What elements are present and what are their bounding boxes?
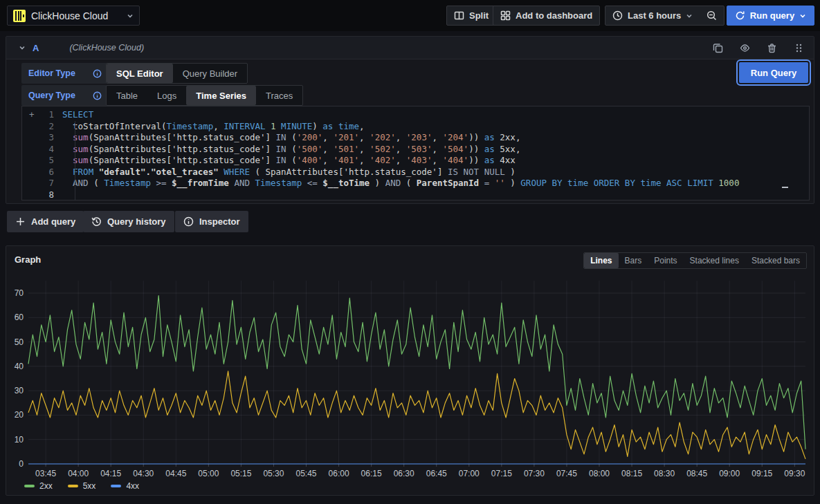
hide-query-eye-icon[interactable] [740, 43, 750, 53]
chevron-down-icon [127, 12, 134, 19]
x-axis-label: 06:45 [426, 469, 447, 478]
query-type-toggle: TableLogsTime SeriesTraces [106, 85, 303, 106]
info-icon[interactable] [93, 69, 102, 78]
x-axis-label: 08:15 [621, 469, 642, 478]
split-button[interactable]: Split [446, 6, 496, 26]
y-axis-label: 30 [15, 386, 24, 395]
query-datasource-hint: (ClickHouse Cloud) [69, 43, 144, 53]
dashboard-grid-icon [500, 10, 511, 21]
x-axis-label: 05:30 [263, 469, 284, 478]
drag-handle-icon[interactable] [794, 43, 804, 53]
sql-line-6[interactable]: 6 FROM "default"."otel_traces" WHERE ( S… [22, 167, 809, 178]
chevron-down-icon [686, 12, 693, 19]
x-axis-label: 05:45 [296, 469, 317, 478]
time-range-picker[interactable]: Last 6 hours [605, 6, 700, 25]
sql-code-text: FROM "default"."otel_traces" WHERE ( Spa… [57, 167, 516, 178]
query-history-label: Query history [107, 216, 166, 227]
y-axis-label: 60 [15, 312, 24, 322]
x-axis-label: 04:00 [68, 469, 89, 478]
query-type-option-logs[interactable]: Logs [147, 86, 186, 105]
query-type-label: Query Type [28, 91, 87, 100]
sql-line-7[interactable]: 7 AND ( Timestamp >= $__fromTime AND Tim… [22, 178, 809, 189]
sql-line-1[interactable]: +1SELECT [22, 109, 809, 121]
run-query-button[interactable]: Run Query [739, 62, 808, 83]
editor-type-option-sql-editor[interactable]: SQL Editor [107, 64, 173, 83]
x-axis-label: 04:30 [133, 469, 154, 478]
x-axis-label: 09:15 [751, 469, 772, 478]
sql-code-editor[interactable]: +1SELECT2 toStartOfInterval(Timestamp, I… [21, 106, 810, 200]
query-type-option-traces[interactable]: Traces [256, 86, 302, 105]
query-type-option-table[interactable]: Table [107, 86, 147, 105]
x-axis-label: 08:45 [686, 469, 707, 478]
x-axis-label: 03:45 [35, 469, 56, 478]
sql-line-5[interactable]: 5 sum(SpanAttributes['http.status_code']… [22, 155, 809, 167]
collapse-chevron-icon[interactable] [19, 44, 26, 51]
chevron-down-icon [799, 12, 806, 19]
clickhouse-logo-icon [13, 10, 26, 22]
legend-item-4xx[interactable]: 4xx [111, 481, 139, 491]
x-axis-label: 04:15 [100, 469, 121, 478]
zoom-out-icon [707, 10, 717, 21]
sql-line-3[interactable]: 3 sum(SpanAttributes['http.status_code']… [22, 132, 809, 144]
x-axis-label: 07:00 [459, 469, 480, 478]
line-number: +1 [22, 109, 57, 121]
legend-label: 2xx [39, 481, 53, 491]
x-axis-label: 06:30 [394, 469, 414, 478]
add-to-dashboard-button[interactable]: Add to dashboard [493, 6, 600, 26]
sql-code-text: AND ( Timestamp >= $__fromTime AND Times… [57, 178, 739, 189]
plus-icon [15, 216, 26, 227]
indent-guide [75, 121, 75, 200]
query-type-option-time-series[interactable]: Time Series [186, 86, 256, 105]
refresh-icon [735, 10, 745, 21]
time-range-group: Last 6 hours [605, 6, 725, 26]
legend-label: 5xx [83, 481, 96, 491]
query-history-button[interactable]: Query history [83, 211, 174, 232]
graph-panel: Graph LinesBarsPointsStacked linesStacke… [6, 245, 814, 496]
info-icon[interactable] [93, 91, 102, 100]
query-row-header[interactable]: A (ClickHouse Cloud) [6, 37, 814, 59]
datasource-picker[interactable]: ClickHouse Cloud [7, 6, 140, 26]
x-axis-label: 09:30 [784, 469, 805, 478]
add-query-button[interactable]: Add query [7, 211, 84, 232]
y-axis-label: 40 [15, 362, 24, 371]
y-axis-label: 0 [19, 459, 24, 469]
inspector-button[interactable]: Inspector [175, 211, 248, 232]
time-range-label: Last 6 hours [628, 10, 681, 21]
x-axis-label: 07:30 [524, 469, 545, 478]
sql-code-text: toStartOfInterval(Timestamp, INTERVAL 1 … [57, 121, 365, 133]
line-number: 6 [22, 167, 57, 178]
series-line-2xx [28, 296, 805, 449]
add-query-label: Add query [31, 216, 75, 227]
sql-line-8[interactable]: 8 [22, 189, 809, 201]
editor-type-toggle: SQL EditorQuery Builder [106, 63, 248, 84]
run-query-toolbar-button[interactable]: Run query [727, 6, 814, 26]
y-axis-label: 50 [15, 337, 24, 347]
line-number: 2 [22, 121, 57, 133]
line-number: 5 [22, 155, 57, 167]
line-number: 3 [22, 132, 57, 144]
duplicate-query-icon[interactable] [713, 43, 723, 53]
time-series-chart[interactable]: 01020304050607003:4504:0004:1504:3004:45… [6, 246, 815, 496]
query-ref-id: A [33, 43, 39, 53]
editor-type-option-query-builder[interactable]: Query Builder [173, 64, 247, 83]
y-axis-label: 70 [15, 288, 24, 298]
sql-code-text: sum(SpanAttributes['http.status_code'] I… [57, 155, 516, 167]
delete-query-trash-icon[interactable] [767, 43, 777, 53]
x-axis-label: 08:00 [589, 469, 610, 478]
legend-swatch [111, 485, 121, 487]
split-panes-icon [454, 10, 464, 21]
history-icon [91, 216, 102, 227]
x-axis-label: 06:00 [329, 469, 349, 478]
editor-type-field: Editor Type [21, 63, 109, 84]
sql-line-4[interactable]: 4 sum(SpanAttributes['http.status_code']… [22, 144, 809, 156]
sql-line-2[interactable]: 2 toStartOfInterval(Timestamp, INTERVAL … [22, 121, 809, 133]
clock-icon [612, 10, 623, 21]
sql-code-text: sum(SpanAttributes['http.status_code'] I… [57, 132, 520, 144]
x-axis-label: 05:00 [198, 469, 219, 478]
run-query-label: Run query [750, 10, 794, 21]
legend-item-5xx[interactable]: 5xx [68, 481, 96, 491]
legend-item-2xx[interactable]: 2xx [24, 481, 53, 491]
x-axis-label: 05:15 [230, 469, 251, 478]
add-line-icon[interactable]: + [29, 109, 35, 121]
zoom-out-time-button[interactable] [700, 6, 724, 25]
